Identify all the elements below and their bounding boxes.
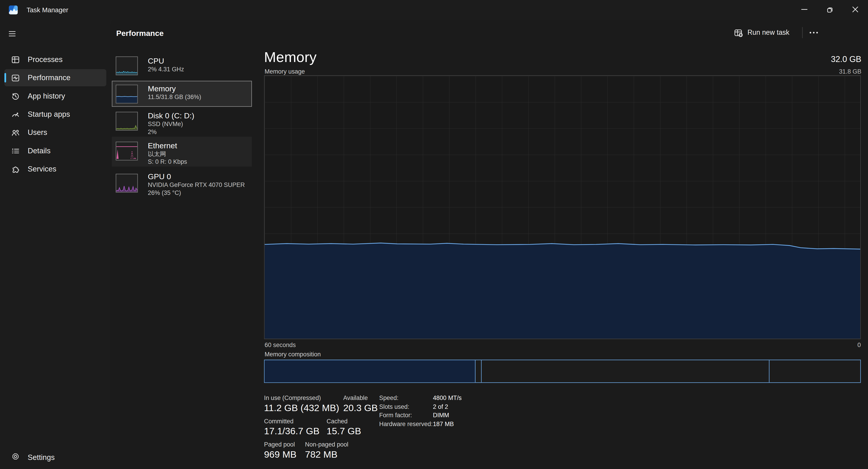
sidebar-item-details[interactable]: Details [4, 142, 106, 160]
hamburger-menu-icon[interactable] [3, 26, 21, 42]
detail-title: Memory [264, 48, 317, 66]
spec-label: Slots used: [379, 403, 433, 410]
task-manager-window: Task Manager Processes [0, 0, 868, 469]
cpu-mini-chart [116, 56, 138, 75]
sidebar: Processes Performance App history Startu… [0, 20, 111, 469]
composition-divider-free [769, 360, 770, 382]
history-clock-icon [11, 92, 20, 100]
spec-value: 187 MB [433, 420, 454, 427]
perf-item-subtitle: 11.5/31.8 GB (36%) [148, 93, 249, 101]
disk-mini-chart [116, 112, 138, 131]
sidebar-item-startup-apps[interactable]: Startup apps [4, 106, 106, 123]
restore-button[interactable] [817, 0, 842, 19]
minimize-button[interactable] [792, 0, 817, 19]
sidebar-item-services[interactable]: Services [4, 161, 106, 178]
sidebar-nav: Processes Performance App history Startu… [0, 50, 111, 178]
stat-label: Non-paged pool [305, 441, 348, 448]
sidebar-item-label: Settings [28, 453, 55, 462]
spec-row: Hardware reserved: 187 MB [379, 420, 462, 429]
perf-item-title: CPU [148, 56, 249, 65]
perf-item-ethernet[interactable]: Ethernet 以太网 S: 0 R: 0 Kbps [112, 137, 252, 167]
page-title: Performance [116, 29, 164, 38]
perf-item-subtitle: SSD (NVMe) [148, 120, 249, 128]
stat-value: 11.2 GB (432 MB) [264, 403, 339, 414]
spec-row: Speed: 4800 MT/s [379, 395, 462, 403]
spec-row: Slots used: 2 of 2 [379, 403, 462, 412]
sidebar-item-app-history[interactable]: App history [4, 88, 106, 105]
stat-value: 782 MB [305, 449, 348, 460]
memory-composition-bar [264, 360, 861, 383]
time-axis-zero: 0 [857, 341, 861, 348]
puzzle-icon [11, 165, 20, 173]
memory-usage-area [265, 243, 860, 339]
perf-item-subtitle: 26% (35 °C) [148, 189, 249, 197]
window-grid-icon [11, 55, 20, 64]
sidebar-item-label: Details [28, 147, 51, 155]
spec-label: Speed: [379, 395, 433, 401]
window-title: Task Manager [27, 6, 68, 14]
spec-value: 2 of 2 [433, 403, 448, 410]
close-button[interactable] [842, 0, 868, 19]
stat-label: Cached [327, 418, 361, 424]
memory-specs: Speed: 4800 MT/s Slots used: 2 of 2 Form… [379, 395, 462, 429]
sidebar-item-performance[interactable]: Performance [4, 69, 106, 87]
stat-label: Committed [264, 418, 319, 424]
perf-item-memory[interactable]: Memory 11.5/31.8 GB (36%) [112, 81, 252, 107]
sidebar-item-label: Services [28, 165, 56, 173]
perf-item-title: Ethernet [148, 141, 249, 150]
spec-value: 4800 MT/s [433, 395, 462, 401]
spec-label: Form factor: [379, 412, 433, 418]
sidebar-item-label: Processes [28, 56, 63, 64]
ethernet-mini-chart [116, 142, 138, 161]
perf-item-gpu[interactable]: GPU 0 NVIDIA GeForce RTX 4070 SUPER 26% … [112, 168, 252, 199]
sidebar-item-label: Startup apps [28, 110, 70, 119]
stat-label: Available [343, 395, 378, 401]
stat-label: In use (Compressed) [264, 395, 339, 401]
sidebar-item-label: Performance [28, 74, 70, 82]
stat-value: 17.1/36.7 GB [264, 426, 319, 437]
memory-composition-label: Memory composition [265, 351, 321, 358]
gear-icon [11, 452, 20, 463]
sidebar-item-users[interactable]: Users [4, 124, 106, 141]
spec-label: Hardware reserved: [379, 420, 433, 427]
memory-detail-pane: Memory 32.0 GB Memory usage 31.8 GB 60 s… [264, 20, 862, 469]
perf-item-subtitle: 2% 4.31 GHz [148, 65, 249, 73]
stat-value: 20.3 GB [343, 403, 378, 414]
composition-divider-modified [481, 360, 481, 382]
content-area: Performance Run new task [111, 20, 868, 469]
perf-item-title: Disk 0 (C: D:) [148, 111, 249, 120]
sidebar-item-settings[interactable]: Settings [4, 449, 106, 466]
memory-total: 32.0 GB [831, 54, 861, 64]
pulse-icon [11, 73, 20, 82]
spec-value: DIMM [433, 412, 449, 418]
memory-usage-chart [264, 75, 861, 339]
task-manager-app-icon [9, 5, 18, 14]
perf-item-subtitle: S: 0 R: 0 Kbps [148, 158, 249, 165]
perf-item-disk[interactable]: Disk 0 (C: D:) SSD (NVMe) 2% [112, 107, 252, 135]
stat-value: 15.7 GB [327, 426, 361, 437]
time-axis-label: 60 seconds [265, 341, 296, 348]
memory-usage-label: Memory usage [265, 68, 305, 75]
stat-label: Paged pool [264, 441, 297, 448]
stat-value: 969 MB [264, 449, 297, 460]
gpu-mini-chart [116, 174, 138, 193]
perf-item-subtitle: 以太网 [148, 150, 249, 158]
perf-item-cpu[interactable]: CPU 2% 4.31 GHz [112, 53, 252, 80]
perf-item-title: Memory [148, 84, 249, 93]
memory-mini-chart [116, 85, 138, 104]
people-icon [11, 128, 20, 137]
axis-max-label: 31.8 GB [839, 68, 861, 75]
sidebar-item-label: Users [28, 128, 47, 137]
perf-item-subtitle: NVIDIA GeForce RTX 4070 SUPER [148, 181, 249, 189]
perf-item-title: GPU 0 [148, 172, 249, 181]
sidebar-item-processes[interactable]: Processes [4, 51, 106, 68]
composition-segment-in-use [265, 360, 475, 382]
titlebar: Task Manager [0, 0, 868, 20]
spec-row: Form factor: DIMM [379, 412, 462, 421]
gauge-icon [11, 110, 20, 119]
list-icon [11, 146, 20, 155]
perf-item-subtitle: 2% [148, 128, 249, 136]
sidebar-item-label: App history [28, 92, 65, 100]
